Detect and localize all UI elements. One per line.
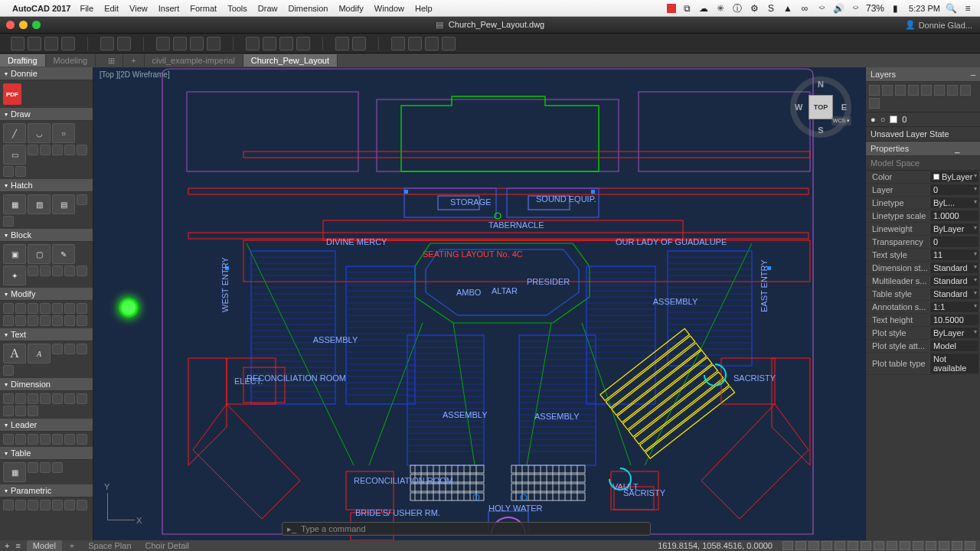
properties-title[interactable]: Properties⎯ bbox=[866, 142, 980, 156]
sb1[interactable] bbox=[782, 541, 793, 550]
panel-text[interactable]: ▾Text bbox=[0, 328, 93, 341]
l7[interactable] bbox=[77, 434, 87, 445]
d1[interactable] bbox=[3, 393, 14, 404]
l6[interactable] bbox=[64, 434, 75, 445]
tx3[interactable] bbox=[77, 344, 87, 354]
sb11[interactable] bbox=[913, 541, 923, 550]
b2[interactable] bbox=[40, 266, 51, 276]
array-tool[interactable] bbox=[28, 315, 38, 326]
b3[interactable] bbox=[52, 266, 63, 276]
gradient-tool[interactable]: ▨ bbox=[28, 194, 51, 214]
copy-button[interactable] bbox=[263, 37, 276, 51]
sb13[interactable] bbox=[939, 541, 949, 550]
sb15[interactable] bbox=[965, 541, 975, 550]
p4[interactable] bbox=[40, 500, 51, 510]
pdf-icon[interactable]: PDF bbox=[3, 83, 21, 105]
l2[interactable] bbox=[15, 434, 26, 445]
l3[interactable] bbox=[28, 434, 38, 445]
paste-button[interactable] bbox=[279, 37, 293, 51]
d7[interactable] bbox=[77, 393, 87, 404]
p1[interactable] bbox=[3, 500, 14, 510]
ray-tool[interactable] bbox=[3, 166, 14, 177]
menu-dimension[interactable]: Dimension bbox=[288, 4, 328, 13]
layer-state[interactable]: Unsaved Layer State bbox=[866, 127, 980, 142]
user-label[interactable]: 👤 Donnie Glad... bbox=[905, 20, 980, 30]
cloud-icon[interactable]: ☁ bbox=[697, 2, 710, 15]
panel-donnie[interactable]: ▾Donnie bbox=[0, 67, 93, 80]
layers-title[interactable]: Layers– bbox=[866, 67, 980, 82]
prop-annotation-s-[interactable]: Annotation s...1:1 bbox=[866, 301, 980, 314]
arc-tool[interactable]: ◡ bbox=[28, 123, 51, 143]
drawing-canvas[interactable]: [Top ][2D Wireframe] bbox=[93, 67, 865, 540]
point-tool[interactable] bbox=[77, 145, 87, 155]
menu-tools[interactable]: Tools bbox=[227, 4, 247, 13]
copy-tool[interactable] bbox=[15, 303, 26, 314]
sb2[interactable] bbox=[795, 541, 806, 550]
lt6[interactable] bbox=[934, 85, 945, 96]
compass-n[interactable]: N bbox=[818, 80, 824, 89]
save-button[interactable] bbox=[44, 37, 58, 51]
layer-swatch[interactable] bbox=[890, 116, 897, 123]
break-tool[interactable] bbox=[77, 315, 87, 326]
gear-icon[interactable]: ⚙ bbox=[748, 2, 760, 15]
p2[interactable] bbox=[15, 500, 26, 510]
bulb-icon[interactable]: ● bbox=[871, 115, 876, 124]
menu-modify[interactable]: Modify bbox=[338, 4, 363, 13]
page-button[interactable] bbox=[190, 37, 204, 51]
prop-text-height[interactable]: Text height10.5000 bbox=[866, 314, 980, 327]
tx2[interactable] bbox=[64, 344, 75, 354]
table-tool[interactable]: ▦ bbox=[3, 462, 26, 482]
menu-draw[interactable]: Draw bbox=[258, 4, 278, 13]
text-tool[interactable]: A bbox=[28, 344, 51, 364]
t4-button[interactable] bbox=[442, 37, 456, 51]
publish-button[interactable] bbox=[207, 37, 220, 51]
spline-tool[interactable] bbox=[40, 145, 51, 155]
d2[interactable] bbox=[15, 393, 26, 404]
minimize-button[interactable] bbox=[19, 21, 28, 29]
t2-button[interactable] bbox=[408, 37, 422, 51]
wifi-icon[interactable]: ⌔ bbox=[849, 2, 861, 15]
panel-draw[interactable]: ▾Draw bbox=[0, 108, 93, 121]
panel-table[interactable]: ▾Table bbox=[0, 447, 93, 460]
b1[interactable] bbox=[28, 266, 38, 276]
panel-dimension[interactable]: ▾Dimension bbox=[0, 378, 93, 391]
viewcube[interactable]: TOP N S E W WCS ▾ bbox=[790, 77, 851, 138]
freeze-icon[interactable]: ○ bbox=[880, 115, 886, 124]
poly-tool[interactable] bbox=[64, 145, 75, 155]
d6[interactable] bbox=[64, 393, 75, 404]
insert-tool[interactable]: ▣ bbox=[3, 244, 26, 264]
zoom-button[interactable] bbox=[32, 21, 41, 29]
fillet-tool[interactable] bbox=[64, 303, 75, 314]
menu-format[interactable]: Format bbox=[190, 4, 217, 13]
current-layer[interactable]: ● ○ 0 bbox=[866, 112, 980, 127]
sb4[interactable] bbox=[822, 541, 832, 550]
helix-tool[interactable] bbox=[15, 166, 26, 177]
s-icon[interactable]: S bbox=[765, 2, 777, 15]
t3-button[interactable] bbox=[425, 37, 439, 51]
tb1[interactable] bbox=[28, 462, 38, 473]
prop-color[interactable]: ColorByLayer bbox=[866, 171, 980, 184]
sb9[interactable] bbox=[887, 541, 897, 550]
clock[interactable]: 5:23 PM bbox=[909, 4, 940, 13]
doctab-church[interactable]: Church_Pew_Layout bbox=[243, 54, 338, 67]
b4[interactable] bbox=[64, 266, 75, 276]
status-icon[interactable] bbox=[667, 4, 676, 13]
prop-text-style[interactable]: Text style11 bbox=[866, 249, 980, 262]
layout-spaceplan[interactable]: Space Plan bbox=[82, 540, 137, 551]
vol-icon[interactable]: 🔊 bbox=[832, 2, 844, 15]
doctab-civil[interactable]: civil_example-imperial bbox=[145, 54, 243, 67]
ellipse-tool[interactable] bbox=[52, 145, 63, 155]
lt3[interactable] bbox=[895, 85, 906, 96]
prop-layer[interactable]: Layer0 bbox=[866, 184, 980, 197]
l5[interactable] bbox=[52, 434, 63, 445]
d5[interactable] bbox=[52, 393, 63, 404]
lt2[interactable] bbox=[882, 85, 893, 96]
sb7[interactable] bbox=[861, 541, 871, 550]
compass-e[interactable]: E bbox=[841, 103, 847, 112]
panel-hatch[interactable]: ▾Hatch bbox=[0, 179, 93, 192]
rotate-tool[interactable] bbox=[28, 303, 38, 314]
pan-button[interactable] bbox=[335, 37, 349, 51]
viewcube-face[interactable]: TOP bbox=[808, 95, 833, 119]
undo-button[interactable] bbox=[100, 37, 114, 51]
cloud2-icon[interactable]: ▲ bbox=[782, 2, 794, 15]
